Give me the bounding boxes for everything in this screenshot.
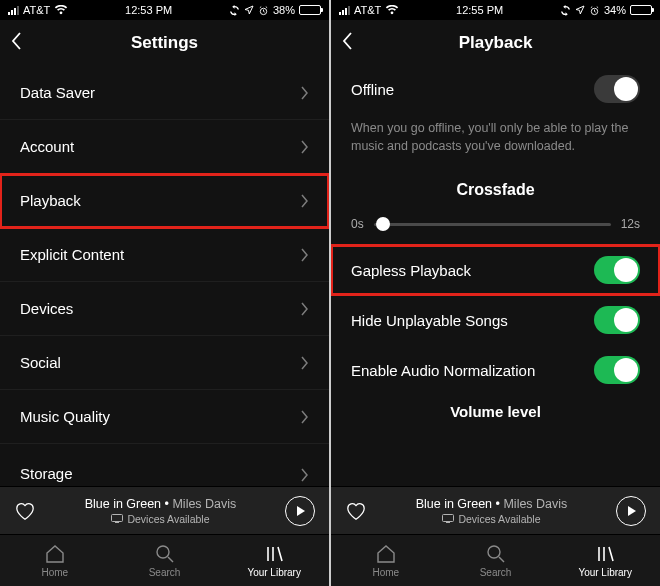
tab-label: Search: [149, 567, 181, 578]
np-artist: Miles Davis: [503, 497, 567, 511]
home-icon: [375, 544, 397, 564]
chevron-right-icon: [301, 248, 309, 262]
row-offline: Offline: [331, 66, 660, 112]
tab-home[interactable]: Home: [331, 535, 441, 586]
library-icon: [595, 544, 615, 564]
alarm-icon: [589, 5, 600, 16]
back-button[interactable]: [341, 31, 353, 55]
tab-bar: Home Search Your Library: [0, 534, 329, 586]
row-label: Explicit Content: [20, 246, 124, 263]
row-social[interactable]: Social: [0, 336, 329, 390]
alarm-icon: [258, 5, 269, 16]
battery-icon: [630, 5, 652, 15]
now-playing-info[interactable]: Blue in Green • Miles Davis Devices Avai…: [36, 497, 285, 525]
chevron-right-icon: [301, 194, 309, 208]
row-playback[interactable]: Playback: [0, 174, 329, 228]
row-storage[interactable]: Storage: [0, 444, 329, 484]
tab-bar: Home Search Your Library: [331, 534, 660, 586]
row-account[interactable]: Account: [0, 120, 329, 174]
tab-search[interactable]: Search: [110, 535, 220, 586]
crossfade-slider[interactable]: [374, 223, 611, 226]
toggle-gapless[interactable]: [594, 256, 640, 284]
row-label: Devices: [20, 300, 73, 317]
sync-icon: [229, 5, 240, 16]
tab-home[interactable]: Home: [0, 535, 110, 586]
chevron-right-icon: [301, 356, 309, 370]
play-icon: [628, 506, 636, 516]
location-icon: [244, 5, 254, 15]
crossfade-slider-row: 0s 12s: [331, 217, 660, 245]
toggle-offline[interactable]: [594, 75, 640, 103]
tab-library[interactable]: Your Library: [219, 535, 329, 586]
np-devices: Devices Available: [458, 513, 540, 525]
phone-playback: AT&T 12:55 PM 34% Playback Offline When …: [331, 0, 660, 586]
svg-rect-5: [443, 515, 454, 522]
tab-search[interactable]: Search: [441, 535, 551, 586]
section-crossfade-title: Crossfade: [331, 165, 660, 217]
row-label: Music Quality: [20, 408, 110, 425]
row-label: Enable Audio Normalization: [351, 362, 535, 379]
location-icon: [575, 5, 585, 15]
play-button[interactable]: [285, 496, 315, 526]
slider-max: 12s: [621, 217, 640, 231]
row-data-saver[interactable]: Data Saver: [0, 66, 329, 120]
settings-list[interactable]: Data Saver Account Playback Explicit Con…: [0, 66, 329, 486]
status-time: 12:55 PM: [456, 4, 503, 16]
status-time: 12:53 PM: [125, 4, 172, 16]
svg-rect-2: [115, 522, 119, 523]
wifi-icon: [54, 5, 68, 15]
signal-icon: [8, 6, 19, 15]
now-playing-info[interactable]: Blue in Green • Miles Davis Devices Avai…: [367, 497, 616, 525]
svg-point-7: [488, 546, 500, 558]
carrier-label: AT&T: [354, 4, 381, 16]
tab-label: Search: [480, 567, 512, 578]
row-label: Offline: [351, 81, 394, 98]
cast-icon: [442, 514, 454, 523]
search-icon: [486, 544, 506, 564]
row-gapless: Gapless Playback: [331, 245, 660, 295]
search-icon: [155, 544, 175, 564]
row-label: Playback: [20, 192, 81, 209]
back-button[interactable]: [10, 31, 22, 55]
play-button[interactable]: [616, 496, 646, 526]
now-playing-bar[interactable]: Blue in Green • Miles Davis Devices Avai…: [331, 486, 660, 534]
sync-icon: [560, 5, 571, 16]
tab-label: Your Library: [578, 567, 632, 578]
np-track-title: Blue in Green: [416, 497, 492, 511]
toggle-normalization[interactable]: [594, 356, 640, 384]
chevron-right-icon: [301, 140, 309, 154]
heart-icon[interactable]: [345, 501, 367, 521]
carrier-label: AT&T: [23, 4, 50, 16]
toggle-hide-unplayable[interactable]: [594, 306, 640, 334]
header: Playback: [331, 20, 660, 66]
signal-icon: [339, 6, 350, 15]
slider-min: 0s: [351, 217, 364, 231]
row-label: Storage: [20, 465, 73, 482]
chevron-right-icon: [301, 468, 309, 482]
slider-thumb[interactable]: [376, 217, 390, 231]
status-bar: AT&T 12:53 PM 38%: [0, 0, 329, 20]
row-label: Hide Unplayable Songs: [351, 312, 508, 329]
chevron-right-icon: [301, 86, 309, 100]
tab-label: Your Library: [247, 567, 301, 578]
row-explicit[interactable]: Explicit Content: [0, 228, 329, 282]
wifi-icon: [385, 5, 399, 15]
chevron-right-icon: [301, 410, 309, 424]
row-label: Data Saver: [20, 84, 95, 101]
row-music-quality[interactable]: Music Quality: [0, 390, 329, 444]
heart-icon[interactable]: [14, 501, 36, 521]
now-playing-bar[interactable]: Blue in Green • Miles Davis Devices Avai…: [0, 486, 329, 534]
row-hide-unplayable: Hide Unplayable Songs: [331, 295, 660, 345]
svg-rect-6: [446, 522, 450, 523]
svg-point-3: [157, 546, 169, 558]
svg-rect-1: [112, 515, 123, 522]
row-audio-normalization: Enable Audio Normalization: [331, 345, 660, 395]
row-label: Gapless Playback: [351, 262, 471, 279]
offline-description: When you go offline, you'll only be able…: [331, 112, 660, 165]
np-separator: •: [165, 497, 169, 511]
row-devices[interactable]: Devices: [0, 282, 329, 336]
playback-settings[interactable]: Offline When you go offline, you'll only…: [331, 66, 660, 486]
tab-library[interactable]: Your Library: [550, 535, 660, 586]
section-volume-title: Volume level: [331, 395, 660, 420]
np-artist: Miles Davis: [172, 497, 236, 511]
